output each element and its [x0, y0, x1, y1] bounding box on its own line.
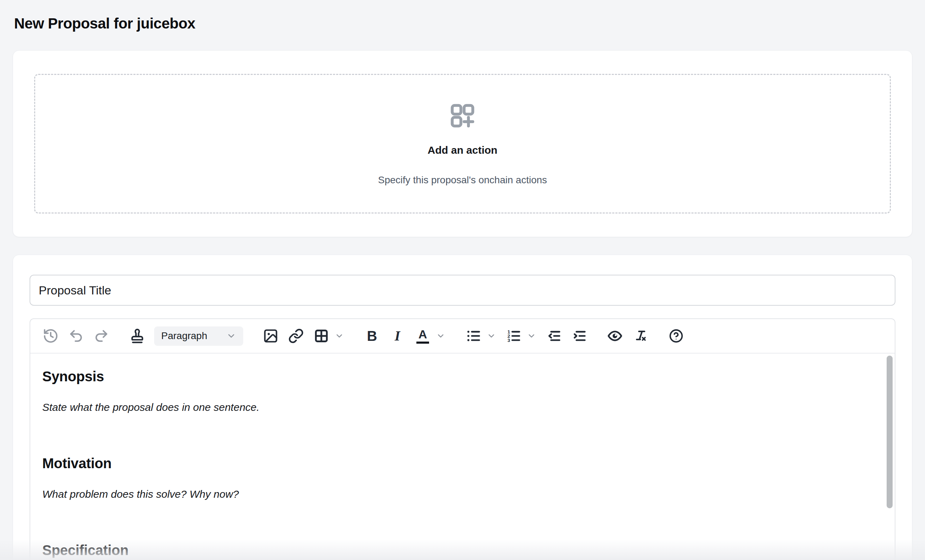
stamp-button[interactable]: [129, 327, 146, 344]
bullet-list-chevron[interactable]: [486, 327, 497, 344]
undo-button[interactable]: [68, 327, 84, 344]
rich-text-editor: Paragraph: [30, 318, 895, 560]
image-icon: [263, 328, 279, 344]
indent-button[interactable]: [571, 327, 588, 344]
link-icon: [288, 328, 304, 344]
stamp-icon: [130, 328, 145, 344]
history-button[interactable]: [42, 327, 59, 344]
clear-formatting-icon: [633, 328, 648, 344]
section-heading-motivation: Motivation: [42, 455, 883, 472]
preview-button[interactable]: [606, 327, 623, 344]
numbered-list-button[interactable]: 1 2 3: [505, 327, 522, 344]
proposal-form-card: Paragraph: [13, 255, 912, 560]
paragraph-style-label: Paragraph: [161, 330, 207, 342]
italic-button[interactable]: I: [389, 327, 406, 344]
insert-link-button[interactable]: [288, 327, 304, 344]
history-icon: [42, 328, 59, 344]
section-heading-synopsis: Synopsis: [42, 368, 883, 385]
text-color-button[interactable]: A: [414, 327, 431, 344]
bold-icon: B: [367, 329, 377, 343]
editor-scrollbar-thumb[interactable]: [887, 356, 893, 508]
indent-icon: [571, 328, 587, 344]
italic-icon: I: [395, 329, 400, 343]
new-proposal-page: New Proposal for juicebox Add an action …: [0, 0, 925, 560]
toolbar-group-history: [42, 327, 110, 344]
toolbar-group-style: Paragraph: [129, 326, 243, 346]
numbered-list-icon: 1 2 3: [506, 328, 521, 344]
svg-text:3: 3: [508, 338, 511, 343]
chevron-down-icon: [335, 331, 344, 341]
text-color-chevron[interactable]: [435, 327, 446, 344]
page-title: New Proposal for juicebox: [13, 0, 912, 32]
section-hint-synopsis: State what the proposal does in one sent…: [42, 400, 883, 414]
insert-table-button[interactable]: [313, 327, 330, 344]
section-hint-motivation: What problem does this solve? Why now?: [42, 487, 883, 501]
undo-icon: [68, 328, 84, 344]
chevron-down-icon: [487, 331, 496, 341]
redo-icon: [93, 328, 109, 344]
grid-plus-icon: [449, 102, 476, 129]
outdent-button[interactable]: [545, 327, 562, 344]
insert-image-button[interactable]: [262, 327, 279, 344]
bullet-list-button[interactable]: [465, 327, 482, 344]
outdent-icon: [546, 328, 561, 344]
proposal-title-input[interactable]: [30, 275, 895, 306]
redo-button[interactable]: [93, 327, 110, 344]
add-action-title: Add an action: [428, 144, 497, 156]
text-color-icon: A: [416, 328, 429, 344]
table-icon: [313, 328, 329, 344]
clear-formatting-button[interactable]: [632, 327, 649, 344]
table-options-chevron[interactable]: [334, 327, 345, 344]
editor-toolbar: Paragraph: [30, 319, 895, 354]
toolbar-group-lists: 1 2 3: [465, 327, 588, 344]
actions-card: Add an action Specify this proposal's on…: [13, 50, 912, 237]
toolbar-group-view: [606, 327, 649, 344]
bold-button[interactable]: B: [364, 327, 381, 344]
numbered-list-chevron[interactable]: [526, 327, 537, 344]
bullet-list-icon: [466, 328, 481, 344]
toolbar-group-format: B I A: [364, 327, 446, 344]
help-button[interactable]: [668, 327, 685, 344]
chevron-down-icon: [436, 331, 445, 341]
paragraph-style-dropdown[interactable]: Paragraph: [154, 326, 243, 346]
section-heading-specification: Specification: [42, 542, 883, 558]
toolbar-group-help: [668, 327, 685, 344]
chevron-down-icon: [226, 331, 236, 341]
add-action-button[interactable]: Add an action Specify this proposal's on…: [34, 74, 891, 213]
add-action-subtitle: Specify this proposal's onchain actions: [378, 174, 547, 186]
eye-icon: [607, 328, 623, 344]
toolbar-group-insert: [262, 327, 345, 344]
chevron-down-icon: [527, 331, 536, 341]
help-icon: [668, 328, 684, 344]
editor-content[interactable]: Synopsis State what the proposal does in…: [30, 354, 895, 560]
